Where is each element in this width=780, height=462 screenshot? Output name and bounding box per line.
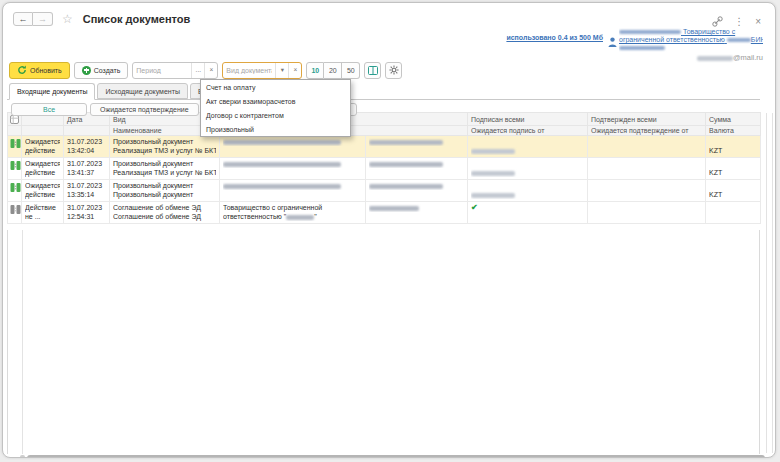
awaiting-sign-column-header[interactable]: Ожидается подпись от: [468, 126, 588, 136]
row-status: Действие: [25, 203, 60, 212]
org-name-part: Товарищество с: [683, 28, 735, 35]
row-currency: KZT: [709, 190, 757, 199]
edo-exchange-icon: [10, 160, 21, 171]
redacted-text: [697, 56, 733, 61]
gear-icon: [389, 65, 399, 75]
row-time: 13:41:37: [67, 168, 106, 177]
doc-type-filter: ▾ ×: [222, 62, 302, 79]
row-status: Ожидается: [25, 181, 60, 190]
period-choose-button[interactable]: ...: [191, 63, 204, 78]
edo-exchange-icon-gray: [10, 204, 21, 215]
user-email: @mail.ru: [697, 53, 763, 62]
app-window: ← → ☆ Список документов ⋮ × использовано…: [2, 2, 776, 458]
create-button[interactable]: Создать: [74, 62, 129, 79]
row-name: Реализация ТМЗ и услуг № БКТДП000001 от.…: [113, 146, 216, 155]
table-row[interactable]: Ожидается действие 31.07.2023 13:41:37 П…: [8, 158, 761, 180]
filter-awaiting-confirmation[interactable]: Ожидается подтверждение: [90, 103, 199, 116]
org-name-part: ограниченной ответственностью: [619, 36, 725, 43]
plus-icon: [82, 66, 91, 75]
menu-item-contract[interactable]: Договор с контрагентом: [201, 108, 350, 122]
table-row[interactable]: Ожидается действие 31.07.2023 13:35:14 П…: [8, 180, 761, 202]
currency-column-header[interactable]: Валюта: [706, 126, 761, 136]
settings-button[interactable]: [385, 62, 402, 79]
title-bar: ← → ☆ Список документов: [13, 11, 190, 27]
row-date: 31.07.2023: [67, 159, 106, 168]
row-currency: KZT: [709, 146, 757, 155]
horizontal-scrollbar[interactable]: [27, 455, 765, 458]
menu-item-invoice[interactable]: Счет на оплату: [201, 80, 350, 94]
row-currency: KZT: [709, 168, 757, 177]
row-date: 31.07.2023: [67, 137, 106, 146]
user-icon: [608, 33, 617, 51]
row-name: Соглашение об обмене ЭД: [113, 212, 216, 221]
row-time: 12:54:31: [67, 212, 106, 221]
period-clear-button[interactable]: ×: [204, 63, 217, 78]
table-row[interactable]: Действие не ... 31.07.2023 12:54:31 Согл…: [8, 202, 761, 224]
row-name: Произвольный документ: [113, 190, 216, 199]
redacted-text: [619, 46, 665, 50]
row-time: 13:35:14: [67, 190, 106, 199]
row-status: Ожидается: [25, 159, 60, 168]
redacted-text: [286, 215, 314, 220]
page-size-switch: 10 20 50: [306, 62, 360, 79]
doc-type-clear-button[interactable]: ×: [288, 63, 301, 78]
redacted-text: [727, 38, 751, 42]
row-status: Ожидается: [25, 137, 60, 146]
horizontal-scrollbar-stub[interactable]: [20, 455, 25, 458]
period-input[interactable]: [133, 64, 191, 77]
row-kind: Произвольный документ: [113, 137, 216, 146]
page-size-20[interactable]: 20: [324, 62, 342, 79]
redacted-text: [619, 30, 681, 34]
row-party1-continued: ответственностью "": [223, 212, 362, 221]
more-menu-icon[interactable]: ⋮: [734, 17, 744, 27]
redacted-party1: [223, 162, 341, 167]
nav-buttons: ← →: [13, 12, 53, 26]
tab-incoming-documents[interactable]: Входящие документы: [9, 83, 95, 100]
doc-type-dropdown-menu: Счет на оплату Акт сверки взаиморасчетов…: [200, 79, 351, 137]
table-empty-area: [7, 230, 760, 454]
preview-panel-icon: [368, 66, 378, 75]
filter-all[interactable]: Все: [11, 103, 87, 116]
preview-panel-button[interactable]: [364, 62, 381, 79]
row-kind: Произвольный документ: [113, 181, 216, 190]
refresh-icon: [17, 65, 27, 75]
redacted-party2: [369, 140, 443, 145]
confirmed-column-header[interactable]: Подтвержден всеми: [588, 113, 706, 126]
redacted-party1: [223, 184, 341, 189]
signed-check-icon: ✔: [471, 203, 584, 212]
refresh-button[interactable]: Обновить: [9, 62, 70, 79]
edo-exchange-icon: [10, 138, 21, 149]
storage-usage-link[interactable]: использовано 0.4 из 500 Мб: [506, 34, 603, 41]
close-icon[interactable]: ×: [755, 17, 761, 27]
signed-column-header[interactable]: Подписан всеми: [468, 113, 588, 126]
redacted-party2: [369, 184, 443, 189]
tab-outgoing-documents[interactable]: Исходящие документы: [97, 83, 187, 99]
redacted-awaiting-sign: [471, 171, 515, 176]
page-size-50[interactable]: 50: [342, 62, 360, 79]
row-date: 31.07.2023: [67, 181, 106, 190]
back-button[interactable]: ←: [13, 12, 33, 26]
menu-item-arbitrary[interactable]: Произвольный: [201, 122, 350, 136]
favorite-star-icon[interactable]: ☆: [62, 13, 73, 25]
org-bin-label: БИН: [751, 36, 763, 43]
doc-type-input[interactable]: [223, 64, 275, 77]
redacted-awaiting-sign: [471, 193, 515, 198]
row-party1: Товарищество с ограниченной: [223, 203, 362, 212]
vertical-scrollbar-track[interactable]: [766, 113, 773, 453]
redacted-party2: [369, 206, 419, 211]
row-kind: Соглашение об обмене ЭД: [113, 203, 216, 212]
period-filter: ... ×: [132, 62, 218, 79]
awaiting-confirm-column-header[interactable]: Ожидается подтверждение от: [588, 126, 706, 136]
menu-item-reconciliation-act[interactable]: Акт сверки взаиморасчетов: [201, 94, 350, 108]
row-name: Реализация ТМЗ и услуг № БКТДП000001 от.…: [113, 168, 216, 177]
page-size-10[interactable]: 10: [306, 62, 324, 79]
toolbar: Обновить Создать ... × ▾ × 10 20 50: [9, 61, 402, 79]
doc-type-dropdown-button[interactable]: ▾: [275, 63, 288, 78]
organization-link[interactable]: Товарищество с ограниченной ответственно…: [619, 28, 763, 52]
sum-column-header[interactable]: Сумма: [706, 113, 761, 126]
page-title: Список документов: [83, 13, 191, 25]
forward-button[interactable]: →: [33, 12, 53, 26]
redacted-awaiting-sign: [471, 149, 515, 154]
table-row[interactable]: Ожидается действие 31.07.2023 13:42:04 П…: [8, 136, 761, 158]
edo-exchange-icon: [10, 182, 21, 193]
